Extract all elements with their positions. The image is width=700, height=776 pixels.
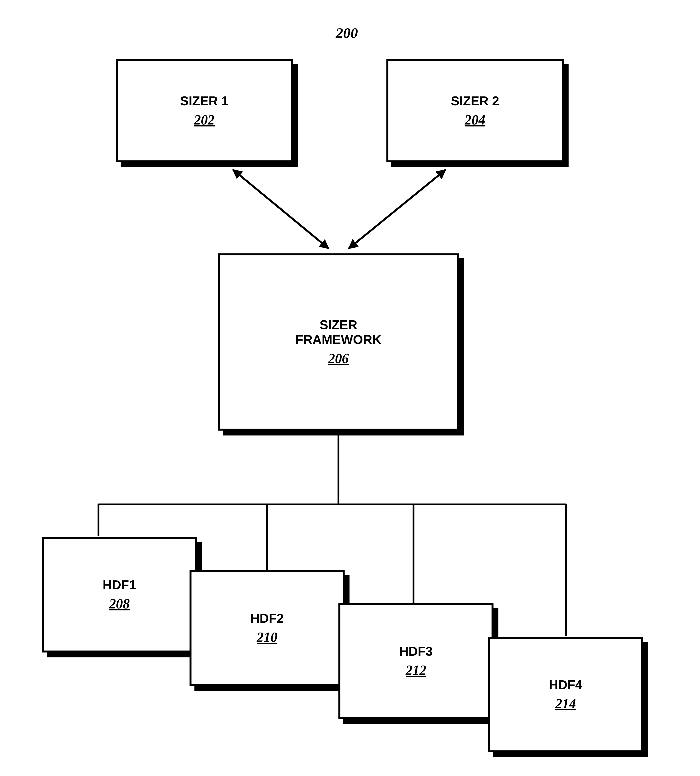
figure-number: 200	[336, 25, 358, 42]
box-hdf3-label: HDF3	[399, 644, 433, 659]
box-hdf2-label: HDF2	[250, 611, 284, 626]
box-sizer1: SIZER 1 202	[116, 59, 293, 162]
box-framework-ref: 206	[328, 351, 349, 366]
box-hdf2: HDF2 210	[190, 570, 345, 686]
box-sizer1-ref: 202	[194, 112, 215, 128]
diagram-canvas: 200 SIZER 1 202 SIZER 2 204 SIZER FRAMEW…	[0, 0, 700, 776]
box-hdf3-ref: 212	[406, 662, 426, 678]
box-sizer2: SIZER 2 204	[387, 59, 563, 162]
box-hdf1-label: HDF1	[103, 578, 136, 593]
edge-sizer2-framework	[349, 170, 445, 248]
edge-sizer1-framework	[233, 170, 328, 248]
box-framework: SIZER FRAMEWORK 206	[218, 253, 459, 431]
box-sizer2-label: SIZER 2	[451, 94, 499, 108]
box-hdf4: HDF4 214	[488, 637, 643, 753]
box-framework-label: SIZER FRAMEWORK	[295, 318, 382, 347]
box-hdf1: HDF1 208	[42, 537, 197, 653]
box-hdf3: HDF3 212	[338, 603, 493, 719]
box-hdf4-ref: 214	[555, 696, 576, 711]
box-hdf1-ref: 208	[109, 596, 130, 612]
box-hdf2-ref: 210	[257, 629, 277, 645]
box-hdf4-label: HDF4	[549, 678, 582, 692]
box-sizer1-label: SIZER 1	[180, 94, 229, 108]
box-sizer2-ref: 204	[465, 112, 485, 128]
